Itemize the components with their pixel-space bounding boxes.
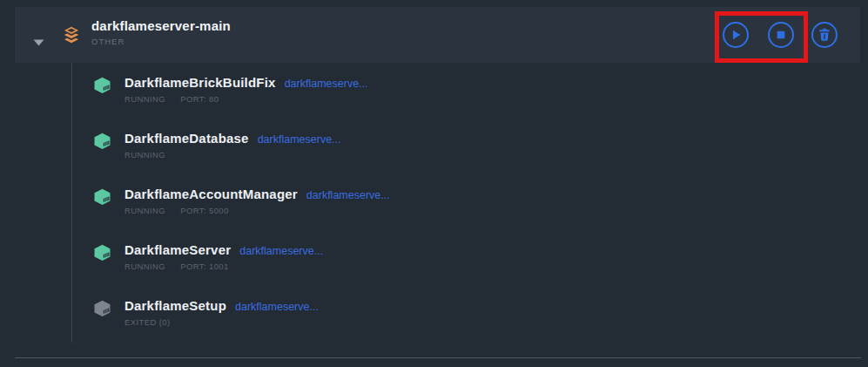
container-row: DarkflameSetupdarkflameserve... EXITED (… bbox=[93, 297, 319, 327]
container-name: DarkflameDatabase bbox=[124, 131, 249, 146]
container-info: DarkflameSetupdarkflameserve... EXITED (… bbox=[124, 297, 319, 327]
container-icon bbox=[93, 77, 111, 94]
container-info: DarkflameBrickBuildFixdarkflameserve... … bbox=[124, 74, 368, 104]
stop-button[interactable] bbox=[768, 22, 794, 48]
stack-titles: darkflameserver-main OTHER bbox=[91, 18, 231, 46]
tree-connector-line bbox=[71, 63, 72, 343]
container-name: DarkflameBrickBuildFix bbox=[124, 75, 276, 90]
container-icon bbox=[93, 188, 111, 206]
stack-header-row[interactable]: darkflameserver-main OTHER bbox=[15, 7, 860, 63]
chevron-down-icon[interactable] bbox=[33, 34, 44, 41]
container-info: DarkflameAccountManagerdarkflameserve...… bbox=[124, 186, 390, 215]
container-icon bbox=[93, 244, 111, 262]
divider bbox=[15, 357, 861, 358]
container-status: RUNNING bbox=[124, 206, 165, 215]
container-stack-link[interactable]: darkflameserve... bbox=[239, 245, 323, 257]
stack-type-label: OTHER bbox=[91, 37, 231, 46]
container-stack-link[interactable]: darkflameserve... bbox=[258, 133, 341, 146]
container-icon bbox=[93, 133, 111, 150]
container-info: DarkflameDatabasedarkflameserve... RUNNI… bbox=[124, 130, 341, 160]
container-port: PORT: 1001 bbox=[180, 262, 229, 271]
stop-icon bbox=[770, 22, 792, 48]
stack-layers-icon bbox=[59, 24, 84, 47]
container-info: DarkflameServerdarkflameserve... RUNNING… bbox=[124, 241, 323, 271]
stacks-panel: darkflameserver-main OTHER bbox=[0, 0, 868, 367]
container-status: RUNNING bbox=[124, 150, 165, 160]
container-stack-link[interactable]: darkflameserve... bbox=[235, 301, 319, 313]
container-row: DarkflameBrickBuildFixdarkflameserve... … bbox=[93, 74, 368, 104]
container-name: DarkflameSetup bbox=[124, 298, 226, 313]
container-row: DarkflameDatabasedarkflameserve... RUNNI… bbox=[93, 130, 341, 160]
start-button[interactable] bbox=[723, 22, 749, 48]
stack-name: darkflameserver-main bbox=[91, 18, 231, 33]
delete-button[interactable] bbox=[811, 22, 838, 48]
play-icon bbox=[724, 22, 747, 48]
container-name: DarkflameAccountManager bbox=[124, 187, 298, 201]
container-name: DarkflameServer bbox=[124, 242, 231, 257]
container-stack-link[interactable]: darkflameserve... bbox=[285, 78, 368, 90]
container-port: PORT: 80 bbox=[180, 94, 219, 104]
container-status: EXITED (0) bbox=[124, 317, 171, 327]
trash-icon bbox=[813, 22, 836, 48]
container-row: DarkflameAccountManagerdarkflameserve...… bbox=[93, 186, 390, 215]
container-row: DarkflameServerdarkflameserve... RUNNING… bbox=[93, 241, 323, 271]
container-status: RUNNING bbox=[124, 262, 165, 271]
container-status: RUNNING bbox=[124, 94, 165, 104]
container-stack-link[interactable]: darkflameserve... bbox=[306, 189, 390, 201]
container-icon bbox=[93, 300, 111, 317]
container-port: PORT: 5000 bbox=[180, 206, 229, 215]
